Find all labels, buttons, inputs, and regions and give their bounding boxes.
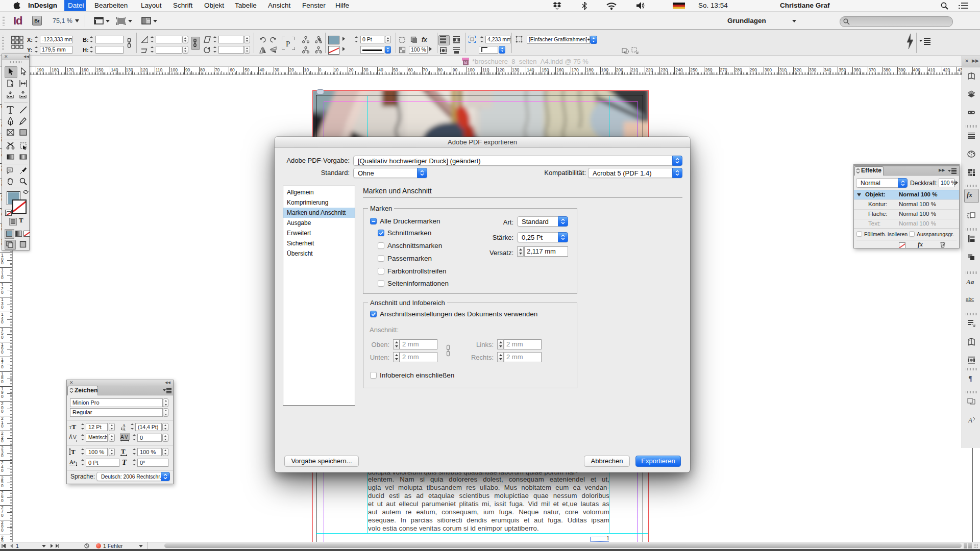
svg-text:V: V (73, 435, 77, 440)
svg-text:A: A (69, 459, 74, 465)
svg-text:a: a (74, 459, 76, 464)
svg-text:¶: ¶ (969, 375, 972, 383)
svg-text:A: A (968, 416, 972, 424)
svg-text:A: A (69, 435, 72, 440)
svg-text:T: T (71, 448, 76, 456)
svg-text:A: A (120, 434, 124, 440)
svg-text:V: V (125, 434, 128, 440)
svg-text:A: A (122, 427, 126, 431)
svg-text:P: P (286, 40, 290, 48)
svg-text:T: T (121, 447, 126, 455)
